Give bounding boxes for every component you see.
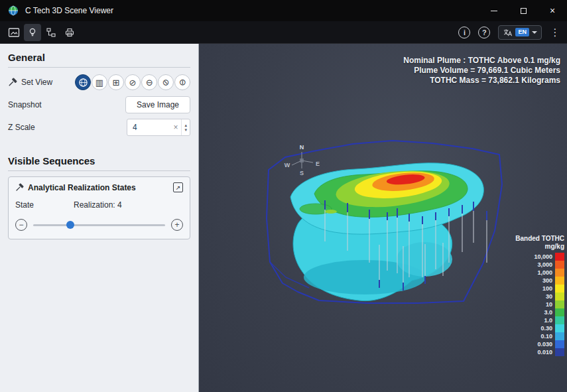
- iso-view-icon: ⊘: [177, 77, 188, 88]
- z-scale-label: Z Scale: [8, 123, 35, 132]
- legend-label: 0.30: [540, 324, 552, 332]
- z-scale-field: × ▴ ▾: [127, 119, 190, 136]
- globe-icon: [78, 78, 88, 88]
- popout-icon: ↗: [176, 184, 181, 191]
- legend-row: 10: [503, 300, 564, 308]
- compass-south-label: S: [300, 170, 304, 176]
- scene-frame-button[interactable]: [5, 24, 23, 41]
- overlay-line: Nominal Plume : TOTHC Above 0.1 mg/kg: [403, 56, 560, 66]
- legend-label: 10,000: [534, 253, 552, 261]
- clear-icon[interactable]: ×: [170, 123, 181, 132]
- sequences-section-title: Visible Sequences: [8, 155, 190, 166]
- view-button-iso-2[interactable]: ⊘: [141, 74, 157, 90]
- legend-swatch: [555, 300, 564, 308]
- view-button-iso-3[interactable]: ⊘: [158, 74, 174, 90]
- legend-units: mg/kg: [503, 243, 564, 251]
- lighting-toggle-button[interactable]: [24, 24, 41, 41]
- increment-button[interactable]: +: [171, 219, 183, 231]
- z-scale-stepper[interactable]: ▴ ▾: [181, 119, 190, 135]
- viewport-3d: N W E S Nominal Plume : TOTHC Above 0.1 …: [199, 44, 567, 392]
- set-view-buttons: ▥ ⊞ ⊘ ⊘ ⊘ ⊘: [75, 74, 190, 90]
- compass-west-label: W: [284, 162, 290, 168]
- legend-rows: 10,000 3,000 1,000 300 100 30 10 3.0 1.0…: [503, 253, 564, 356]
- minimize-icon: [491, 11, 497, 11]
- close-button[interactable]: ×: [538, 0, 567, 21]
- wrench-icon: [8, 78, 17, 87]
- compass-axes: N W E S: [284, 144, 320, 176]
- legend-row: 30: [503, 293, 564, 300]
- language-badge: EN: [515, 28, 529, 36]
- legend-label: 3.0: [544, 308, 552, 316]
- snapshot-row: Snapshot Save Image: [8, 96, 190, 114]
- app-window: C Tech 3D Scene Viewer ×: [0, 0, 567, 392]
- tree-view-icon: [46, 27, 56, 38]
- print-button[interactable]: [61, 24, 78, 41]
- legend-label: 300: [542, 277, 552, 285]
- realization-label: Realization: 4: [74, 200, 122, 210]
- view-button-iso-1[interactable]: ⊘: [125, 74, 141, 90]
- save-image-button[interactable]: Save Image: [125, 96, 190, 113]
- maximize-button[interactable]: [509, 0, 538, 21]
- legend-swatch: [555, 285, 564, 293]
- general-section-title: General: [8, 52, 190, 63]
- plume-body-lobe: [397, 242, 452, 277]
- language-selector[interactable]: EN: [498, 25, 542, 40]
- z-scale-input[interactable]: [127, 123, 170, 132]
- close-icon: ×: [550, 5, 555, 16]
- legend-swatch: [555, 324, 564, 332]
- spin-down-icon[interactable]: ▾: [184, 127, 187, 132]
- legend-swatch: [555, 269, 564, 277]
- divider: [8, 67, 190, 68]
- view-button-plan[interactable]: ▥: [92, 74, 107, 90]
- legend-row: 3.0: [503, 308, 564, 316]
- chevron-down-icon: [532, 31, 537, 34]
- legend-swatch: [555, 277, 564, 285]
- state-label: State: [15, 200, 74, 210]
- spin-up-icon[interactable]: ▴: [184, 123, 187, 127]
- analytical-realization-card: Analytical Realization States ↗ State Re…: [8, 176, 190, 239]
- decrement-button[interactable]: −: [15, 219, 27, 231]
- help-icon: ?: [482, 29, 487, 36]
- overlay-line: TOTHC Mass = 73,862.1 Kilograms: [403, 76, 560, 86]
- toolbar: i ? EN ⋮: [0, 21, 567, 44]
- plan-view-icon: ▥: [95, 78, 103, 87]
- minus-icon: −: [19, 221, 23, 229]
- legend-row: 0.10: [503, 332, 564, 340]
- iso-view-icon: ⊘: [129, 78, 137, 87]
- info-button[interactable]: i: [458, 27, 470, 38]
- set-view-label-group: Set View: [8, 78, 52, 87]
- view-button-iso-4[interactable]: ⊘: [174, 74, 190, 90]
- legend-row: 10,000: [503, 253, 564, 261]
- contour-yellow-spot: [325, 210, 337, 214]
- legend-label: 0.10: [540, 332, 552, 340]
- snapshot-label: Snapshot: [8, 100, 42, 109]
- legend-label: 0.030: [537, 340, 552, 348]
- legend-row: 1,000: [503, 269, 564, 277]
- maximize-icon: [521, 8, 527, 14]
- compass-north-label: N: [300, 144, 304, 151]
- legend-swatch: [555, 340, 564, 348]
- info-icon: i: [464, 29, 466, 36]
- wrench-icon: [15, 183, 24, 192]
- legend-swatch: [555, 332, 564, 340]
- overlay-line: Plume Volume = 79,669.1 Cubic Meters: [403, 66, 560, 76]
- minimize-button[interactable]: [479, 0, 509, 21]
- content: General Set View: [0, 44, 567, 392]
- popout-button[interactable]: ↗: [173, 182, 183, 192]
- view-button-perspective[interactable]: [75, 74, 91, 90]
- legend-row: 0.30: [503, 324, 564, 332]
- slider-thumb[interactable]: [66, 221, 74, 229]
- realization-slider[interactable]: [33, 224, 165, 226]
- tree-view-button[interactable]: [42, 24, 60, 41]
- card-header: Analytical Realization States ↗: [15, 182, 183, 192]
- more-options-button[interactable]: ⋮: [548, 27, 562, 38]
- legend-label: 1,000: [537, 269, 552, 277]
- view-button-quad[interactable]: ⊞: [108, 74, 124, 90]
- help-button[interactable]: ?: [478, 27, 490, 38]
- scene-frame-icon: [8, 27, 20, 38]
- kebab-icon: ⋮: [550, 27, 560, 38]
- compass-east-label: E: [316, 161, 320, 167]
- legend-swatch: [555, 293, 564, 300]
- translate-icon: [503, 28, 513, 37]
- plume-stats-overlay: Nominal Plume : TOTHC Above 0.1 mg/kg Pl…: [403, 56, 560, 86]
